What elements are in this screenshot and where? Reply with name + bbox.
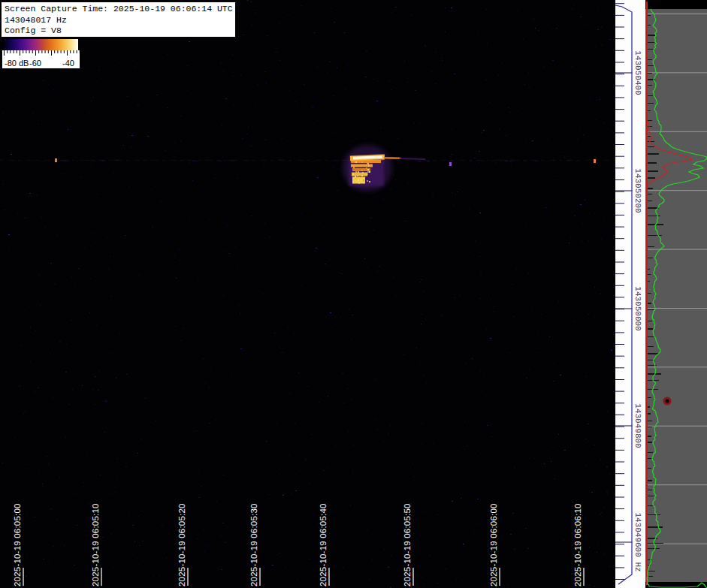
colorbar-gradient (2, 39, 78, 50)
freq-label: 143050200 (633, 168, 642, 213)
frequency-axis: 1430504001430502001430500001430498001430… (615, 0, 645, 588)
spectrum-panel (645, 0, 707, 588)
color-scale: -80 dB -60 -40 (2, 39, 81, 68)
time-label: 2025-10-19 06:05:10 (91, 503, 100, 586)
colorbar-tick-box: -80 dB -60 -40 (2, 50, 80, 68)
time-label: 2025-10-19 06:05:00 (13, 503, 22, 586)
time-label: 2025-10-19 06:05:40 (319, 503, 328, 586)
spectrum-baseline (646, 2, 648, 585)
time-label: 2025-10-19 06:06:00 (489, 503, 498, 586)
waterfall-panel: 2025-10-19 06:05:002025-10-19 06:05:1020… (0, 0, 615, 588)
waterfall-plot: 2025-10-19 06:05:002025-10-19 06:05:1020… (0, 0, 615, 588)
signal-blips (55, 148, 596, 179)
db-label-40: -40 (62, 59, 74, 68)
marker-dot (664, 398, 670, 404)
frequency-axis-scale: 1430504001430502001430500001430498001430… (615, 0, 645, 588)
time-label: 2025-10-19 06:05:50 (403, 503, 412, 586)
frequency-label: 143048017 Hz (5, 15, 232, 26)
noise-layer (2, 0, 615, 588)
spectrogram-app: 2025-10-19 06:05:002025-10-19 06:05:1020… (0, 0, 707, 588)
freq-label: 143049600 Hz (633, 512, 642, 571)
info-box: Screen Capture Time: 2025-10-19 06:06:14… (2, 2, 235, 37)
db-label-80: -80 dB (5, 59, 29, 68)
freq-label: 143050400 (633, 50, 642, 95)
config-label: Config = V8 (5, 26, 232, 37)
time-axis-labels: 2025-10-19 06:05:002025-10-19 06:05:1020… (13, 503, 584, 586)
carrier-line (0, 159, 615, 161)
freq-label: 143050000 (633, 286, 642, 330)
time-label: 2025-10-19 06:06:10 (573, 503, 582, 586)
time-label: 2025-10-19 06:05:30 (249, 503, 258, 586)
time-label: 2025-10-19 06:05:20 (177, 503, 186, 586)
colorbar-ticks (2, 50, 80, 58)
db-label-60: -60 (29, 59, 41, 68)
meteor-echo (333, 71, 425, 323)
spectrum-plot (645, 0, 707, 588)
capture-time-label: Screen Capture Time: 2025-10-19 06:06:14… (5, 4, 232, 15)
freq-label: 143049800 (633, 403, 642, 448)
